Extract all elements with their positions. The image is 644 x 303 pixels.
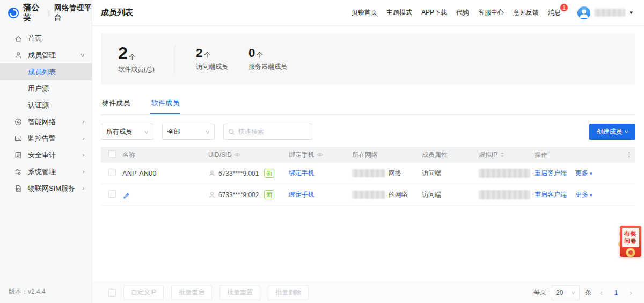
type-filter-select[interactable]: 全部 ∨ xyxy=(162,124,215,140)
sidebar-item-monitor-alert[interactable]: 监控告警 › xyxy=(0,130,92,147)
restart-client-link[interactable]: 重启客户端 xyxy=(535,169,567,178)
sidebar-item-member-list[interactable]: 成员列表 xyxy=(0,63,92,80)
per-page-value: 20 xyxy=(556,289,563,297)
prev-page-button[interactable]: ‹ xyxy=(597,288,606,297)
person-icon xyxy=(208,191,216,199)
person-icon xyxy=(208,170,216,177)
custom-ip-button[interactable]: 自定义IP xyxy=(123,285,164,300)
network-suffix: 网络 xyxy=(389,169,401,177)
chevron-down-icon: ∨ xyxy=(205,129,210,135)
next-page-button[interactable]: › xyxy=(626,288,635,297)
batch-restart-button[interactable]: 批量重启 xyxy=(171,285,212,300)
sim-card-icon xyxy=(14,184,23,193)
per-page-select[interactable]: 20 ∨ xyxy=(552,285,580,300)
topnav-feedback[interactable]: 意见反馈 xyxy=(513,8,539,17)
footer-bar: 自定义IP 批量重启 批量重置 批量删除 每页 20 ∨ 条 ‹ 1 › xyxy=(92,282,644,303)
sidebar-item-security-audit[interactable]: 安全审计 › xyxy=(0,147,92,163)
column-uid: UID/SID xyxy=(208,151,232,158)
stat-divider xyxy=(175,45,175,74)
stat-label: 服务器端成员 xyxy=(248,62,287,71)
chevron-right-icon: › xyxy=(82,169,84,175)
create-member-label: 创建成员 xyxy=(596,127,622,136)
tab-software-members[interactable]: 软件成员 xyxy=(150,93,180,114)
redacted-network-name xyxy=(352,169,385,177)
redacted-virtual-ip xyxy=(479,190,530,199)
caret-down-icon: ▾ xyxy=(590,171,592,176)
topnav-messages-label: 消息 xyxy=(548,9,561,16)
chevron-down-icon: ∨ xyxy=(571,290,576,295)
topnav-support-center[interactable]: 客服中心 xyxy=(478,8,504,17)
audit-icon xyxy=(14,151,23,160)
brand-logo[interactable]: 蒲公英 | 网络管理平台 xyxy=(0,0,92,26)
sidebar-item-label: 智能网络 xyxy=(28,117,83,127)
sidebar: 蒲公英 | 网络管理平台 首页 成员管理 ∨ 成员列表 xyxy=(0,0,92,303)
row-checkbox[interactable] xyxy=(108,169,116,176)
stat-value: 0 xyxy=(248,46,255,60)
batch-reset-button[interactable]: 批量重置 xyxy=(219,285,260,300)
row-checkbox[interactable] xyxy=(108,190,116,198)
sidebar-item-home[interactable]: 首页 xyxy=(0,30,92,47)
sidebar-item-smart-network[interactable]: 智能网络 › xyxy=(0,113,92,130)
stat-unit: 个 xyxy=(129,53,136,61)
more-dropdown[interactable]: 更多 ▾ xyxy=(575,190,592,199)
select-all-checkbox[interactable] xyxy=(108,150,116,158)
topnav-messages[interactable]: 消息 1 xyxy=(548,8,561,17)
sort-icon[interactable] xyxy=(500,152,505,158)
member-type-tabs: 硬件成员 软件成员 xyxy=(101,93,635,115)
column-attribute: 成员属性 xyxy=(422,150,479,160)
sidebar-item-system-management[interactable]: 系统管理 › xyxy=(0,163,92,180)
table-row: ANP-AN00 6733****9:001 新 绑定手机 网络 访问端 重启客 xyxy=(101,163,635,184)
quick-search-box xyxy=(223,124,312,140)
eye-icon[interactable] xyxy=(317,152,323,158)
user-menu[interactable]: ▼ xyxy=(577,6,633,19)
batch-delete-button[interactable]: 批量删除 xyxy=(268,285,309,300)
search-input[interactable] xyxy=(238,128,303,135)
bind-phone-link[interactable]: 绑定手机 xyxy=(289,169,314,177)
table-row: 6733****9:002 新 绑定手机 的网络 访问端 重启客户端 更多 xyxy=(101,184,635,206)
sidebar-item-label: 成员列表 xyxy=(28,67,56,77)
tab-hardware-members[interactable]: 硬件成员 xyxy=(101,93,131,114)
new-badge: 新 xyxy=(264,169,274,178)
member-filter-select[interactable]: 所有成员 ∨ xyxy=(101,124,153,140)
topnav-bei-rui-home[interactable]: 贝锐首页 xyxy=(352,8,377,17)
bind-phone-link[interactable]: 绑定手机 xyxy=(289,191,314,198)
chevron-down-icon: ∨ xyxy=(144,129,149,135)
monitor-icon xyxy=(14,134,23,143)
sidebar-item-label: 物联网SIM服务 xyxy=(28,184,83,193)
stat-client-members: 2个 访问端成员 xyxy=(196,47,228,71)
eye-icon[interactable] xyxy=(234,152,240,158)
current-page[interactable]: 1 xyxy=(611,289,621,297)
member-name: ANP-AN00 xyxy=(122,169,208,177)
edit-pencil-icon[interactable] xyxy=(122,191,208,199)
sidebar-item-user-source[interactable]: 用户源 xyxy=(0,80,92,97)
sidebar-item-label: 系统管理 xyxy=(28,167,83,177)
brand-product: 网络管理平台 xyxy=(54,3,92,23)
sidebar-item-member-management[interactable]: 成员管理 ∨ xyxy=(0,47,92,63)
create-member-button[interactable]: 创建成员 ∨ xyxy=(589,124,635,140)
topbar: 成员列表 贝锐首页 主题模式 APP下载 代购 客服中心 意见反馈 消息 1 ▼ xyxy=(92,0,644,26)
chevron-down-icon: ∨ xyxy=(624,129,629,134)
topnav: 贝锐首页 主题模式 APP下载 代购 客服中心 意见反馈 消息 1 ▼ xyxy=(352,6,633,19)
brand-name: 蒲公英 xyxy=(23,3,44,23)
footer-select-all-checkbox[interactable] xyxy=(108,289,116,297)
per-page-label: 每页 xyxy=(533,288,546,297)
app-window: 蒲公英 | 网络管理平台 首页 成员管理 ∨ 成员列表 xyxy=(0,0,644,303)
new-badge: 新 xyxy=(264,190,274,199)
network-icon xyxy=(14,118,23,126)
member-attribute: 访问端 xyxy=(422,191,441,198)
more-dropdown[interactable]: 更多 ▾ xyxy=(575,169,592,178)
topnav-purchase[interactable]: 代购 xyxy=(456,8,469,17)
column-name: 名称 xyxy=(122,150,208,160)
column-settings-icon[interactable]: ⋮ xyxy=(623,151,635,158)
avatar xyxy=(577,6,590,19)
topnav-theme-mode[interactable]: 主题模式 xyxy=(386,8,412,17)
topnav-app-download[interactable]: APP下载 xyxy=(421,8,447,17)
sidebar-item-auth-source[interactable]: 认证源 xyxy=(0,97,92,113)
brand-separator: | xyxy=(48,9,50,17)
sidebar-item-iot-sim[interactable]: 物联网SIM服务 › xyxy=(0,180,92,197)
promo-text-line2: 问卷 xyxy=(624,237,637,244)
survey-promo-widget[interactable]: 有奖 问卷 xyxy=(618,226,642,260)
restart-client-link[interactable]: 重启客户端 xyxy=(535,190,567,199)
member-filter-value: 所有成员 xyxy=(106,127,132,136)
sidebar-item-label: 成员管理 xyxy=(28,50,80,60)
